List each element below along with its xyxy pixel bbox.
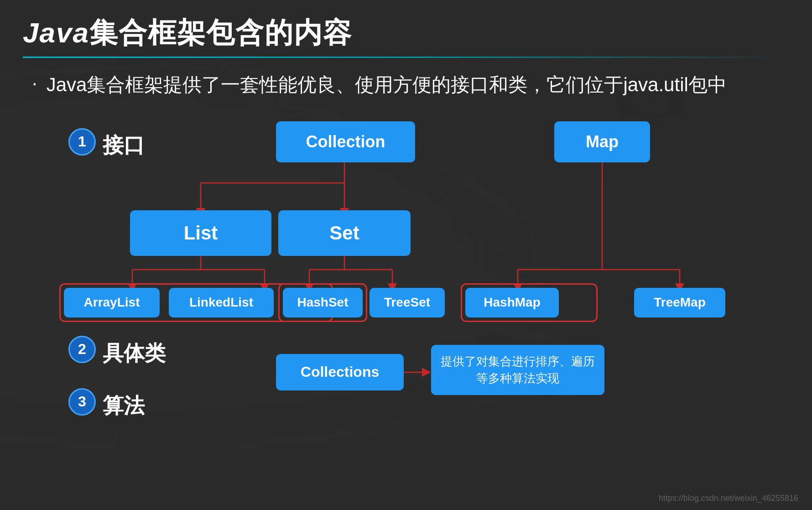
label-interface: 接口 [103,131,145,160]
badge-1-number: 1 [78,133,86,150]
node-collections: Collections [276,354,404,390]
slide: Java集合框架包含的内容 · Java集合框架提供了一套性能优良、使用方便的接… [0,0,812,510]
badge-2-number: 2 [78,341,86,358]
node-arraylist: ArrayList [64,288,160,317]
title-chinese: 集合框架包含的内容 [89,17,352,48]
title-divider [23,57,789,58]
title-java: Java [23,17,89,48]
label-class: 具体类 [103,339,166,368]
label-algorithm: 算法 [103,392,145,420]
bullet-marker: · [32,72,37,94]
bullet-text: Java集合框架提供了一套性能优良、使用方便的接口和类，它们位于java.uti… [47,72,727,99]
node-set: Set [278,210,411,256]
page-title: Java集合框架包含的内容 [23,14,789,52]
node-hashset: HashSet [283,288,363,317]
badge-class: 2 [68,336,96,363]
node-treemap: TreeMap [634,288,725,317]
node-list: List [130,210,271,256]
collections-description: 提供了对集合进行排序、遍历等多种算法实现 [431,345,604,395]
node-map: Map [554,121,650,162]
content-area: Java集合框架包含的内容 · Java集合框架提供了一套性能优良、使用方便的接… [0,0,812,445]
badge-interface: 1 [68,128,96,156]
badge-algorithm: 3 [68,388,96,416]
node-collection: Collection [276,121,415,162]
badge-3-number: 3 [78,393,86,410]
url-label: https://blog.csdn.net/weixin_46255816 [659,494,798,503]
diagram-area: 1 接口 Collection Map List Set [23,112,789,432]
node-hashmap: HashMap [465,288,559,317]
node-treeset: TreeSet [370,288,445,317]
bullet-section: · Java集合框架提供了一套性能优良、使用方便的接口和类，它们位于java.u… [23,72,789,99]
node-linkedlist: LinkedList [169,288,274,317]
